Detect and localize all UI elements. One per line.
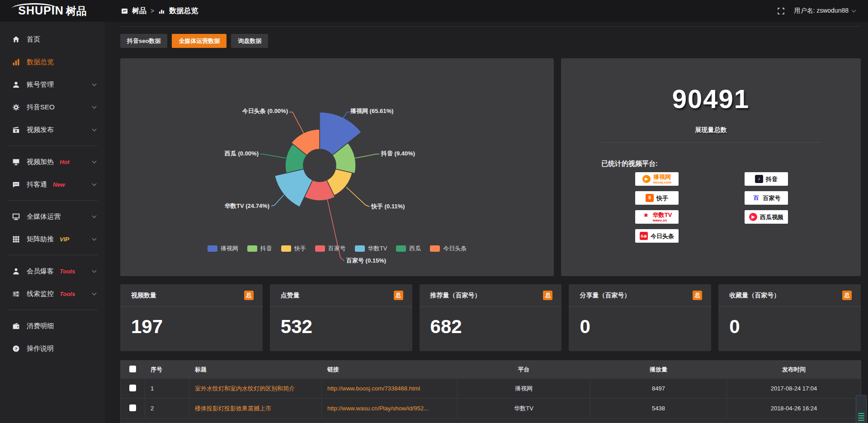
legend-label: 西瓜 xyxy=(409,244,421,253)
chevron-down-icon xyxy=(92,159,97,164)
chevron-down-icon xyxy=(852,8,856,13)
breadcrumb-home[interactable]: 树品 xyxy=(132,6,146,16)
sidebar-item[interactable]: 视频发布 xyxy=(0,118,105,141)
sidebar-item[interactable]: 矩阵助推 VIP xyxy=(0,228,105,250)
sidebar-divider xyxy=(7,200,98,201)
chevron-down-icon xyxy=(92,82,97,86)
stat-card-title: 视频数量 xyxy=(131,291,156,300)
cell-link[interactable]: http://www.wasu.cn/Play/show/id/952... xyxy=(322,399,458,418)
legend-swatch xyxy=(430,245,440,252)
chevron-down-icon xyxy=(92,236,97,241)
sidebar-divider xyxy=(7,146,98,146)
stat-card: 点赞量 总 532 xyxy=(270,284,412,351)
logo-text-cn: 树品 xyxy=(66,4,87,18)
chevron-down-icon xyxy=(92,268,97,273)
platform-domain: boosj.com xyxy=(653,181,671,184)
sidebar-item[interactable]: 消费明细 xyxy=(0,315,105,337)
table-row: 1 室外水纹灯和室内水纹灯的区别和简介 http://www.boosj.com… xyxy=(121,379,861,399)
sidebar-item-label: 消费明细 xyxy=(27,322,54,330)
data-tab[interactable]: 询盘数据 xyxy=(231,34,268,48)
sidebar-item-icon xyxy=(12,268,20,275)
legend-item-2[interactable]: 快手 xyxy=(281,244,306,253)
sidebar-item[interactable]: 视频加热 Hot xyxy=(0,150,105,173)
legend-item-1[interactable]: 抖音 xyxy=(247,244,272,253)
sidebar-item-badge: VIP xyxy=(60,236,69,243)
legend-item-4[interactable]: 华数TV xyxy=(355,244,387,253)
sidebar-item-label: 数据总览 xyxy=(27,58,54,66)
chevron-down-icon xyxy=(92,214,97,218)
column-header-title: 标题 xyxy=(189,361,322,379)
impressions-summary-panel: 90491 展现量总数 已统计的视频平台: ▶ 播视网 boosj.com xyxy=(561,58,861,276)
cell-no: 1 xyxy=(145,379,189,399)
sidebar-item-label: 全媒体运营 xyxy=(27,212,61,221)
next-row-partial xyxy=(120,418,861,423)
sidebar-item-label: 账号管理 xyxy=(27,80,54,89)
legend-item-6[interactable]: 今日头条 xyxy=(430,244,467,253)
total-badge: 总 xyxy=(244,291,254,300)
legend-item-5[interactable]: 西瓜 xyxy=(396,244,421,253)
fullscreen-icon[interactable] xyxy=(777,7,785,15)
sidebar-item-icon xyxy=(12,103,20,111)
chart-row: 播视网抖音快手百家号华数TV西瓜今日头条 播视网 (65.61%)抖音 (9.4… xyxy=(120,58,861,276)
board-icon xyxy=(121,8,128,14)
sidebar-item[interactable]: 会员爆客 Tools xyxy=(0,260,105,282)
row-checkbox[interactable] xyxy=(129,404,136,411)
data-tab[interactable]: 全媒体运营数据 xyxy=(172,34,226,48)
sidebar-item[interactable]: 线索监控 Tools xyxy=(0,282,105,305)
pie-label-line xyxy=(289,112,304,133)
platforms-title: 已统计的视频平台: xyxy=(601,160,658,168)
sidebar-item[interactable]: ? 操作说明 xyxy=(0,337,105,360)
platform-badge: * 华数TV wasu.cn xyxy=(635,210,679,224)
cell-time: 2018-04-26 16:24 xyxy=(727,399,861,418)
cell-views: 8497 xyxy=(590,379,727,399)
cell-title[interactable]: 室外水纹灯和室内水纹灯的区别和简介 xyxy=(189,379,322,399)
table-row: 2 楼体投影灯投影效果震撼上市 http://www.wasu.cn/Play/… xyxy=(121,399,861,418)
user-menu[interactable]: 用户名: zswodun88 xyxy=(794,7,855,15)
data-tabs: 抖音seo数据 全媒体运营数据 询盘数据 xyxy=(120,34,861,48)
chevron-down-icon xyxy=(92,127,97,132)
cell-views: 5438 xyxy=(590,399,727,418)
row-checkbox[interactable] xyxy=(129,385,136,391)
pie-label-0: 播视网 (65.61%) xyxy=(350,107,393,115)
legend-swatch xyxy=(315,245,325,252)
pie-label-line xyxy=(260,154,286,158)
column-header-time: 发布时间 xyxy=(727,361,861,379)
table-header-row: 序号 标题 链接 平台 播放量 发布时间 xyxy=(121,361,861,379)
sidebar-item-icon xyxy=(12,126,20,134)
cell-title[interactable]: 楼体投影灯投影效果震撼上市 xyxy=(189,399,322,418)
platform-logo-icon: ▶ xyxy=(642,175,651,183)
cell-link[interactable]: http://www.boosj.com/7338468.html xyxy=(322,379,458,399)
sidebar-item-icon xyxy=(12,81,20,89)
legend-item-3[interactable]: 百家号 xyxy=(315,244,346,253)
legend-label: 华数TV xyxy=(368,244,387,253)
pie-slice-4[interactable] xyxy=(275,169,313,207)
sidebar-item-badge: New xyxy=(53,181,65,188)
sidebar-item[interactable]: 首页 xyxy=(0,28,105,51)
sidebar-item[interactable]: 账号管理 xyxy=(0,73,105,96)
sidebar-item[interactable]: 数据总览 xyxy=(0,51,105,73)
impressions-total-value: 90491 xyxy=(561,84,861,114)
legend-label: 抖音 xyxy=(260,244,272,253)
platform-share-chart-panel: 播视网抖音快手百家号华数TV西瓜今日头条 播视网 (65.61%)抖音 (9.4… xyxy=(120,58,554,276)
platform-name: 西瓜视频 xyxy=(760,214,783,220)
stat-card-value: 0 xyxy=(718,307,861,338)
sidebar-item-badge: Tools xyxy=(60,268,75,275)
platform-badges-right: ♪ 抖音 百 百家号 xyxy=(745,172,788,224)
sidebar-item[interactable]: 全媒体运营 xyxy=(0,205,105,228)
username-label: 用户名: zswodun88 xyxy=(794,7,849,15)
chevron-down-icon xyxy=(92,182,97,186)
data-tab[interactable]: 抖音seo数据 xyxy=(120,34,167,48)
svg-text:?: ? xyxy=(15,346,18,351)
sidebar-item[interactable]: 抖客通 New xyxy=(0,173,105,196)
legend-item-0[interactable]: 播视网 xyxy=(208,244,238,253)
pie-label-line xyxy=(355,154,379,158)
pie-label-2: 快手 (0.11%) xyxy=(371,202,405,211)
sidebar-item-icon: ? xyxy=(12,345,20,352)
floating-toolbar-widget[interactable] xyxy=(856,395,867,423)
sidebar-item[interactable]: 抖音SEO xyxy=(0,96,105,118)
sidebar-item-label: 线索监控 xyxy=(27,290,54,298)
platform-name: 播视网 xyxy=(653,174,671,180)
sidebar-item-label: 操作说明 xyxy=(27,344,54,353)
select-all-checkbox[interactable] xyxy=(129,366,136,372)
stat-card: 收藏量（百家号） 总 0 xyxy=(718,284,861,351)
